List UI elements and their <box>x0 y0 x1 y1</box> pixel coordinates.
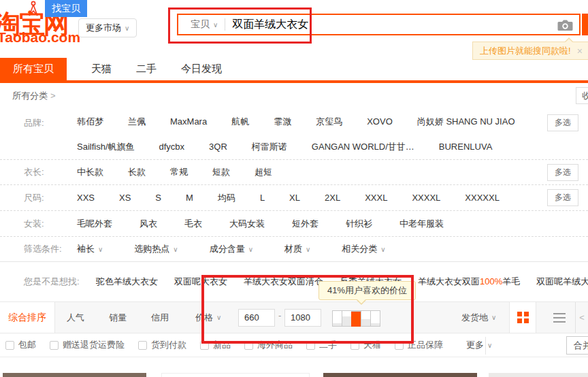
product-card-image[interactable] <box>489 373 588 377</box>
price-histogram-slider[interactable] <box>332 309 385 327</box>
ship-from-dropdown[interactable]: 发货地∨ <box>461 302 496 333</box>
multi-select-button[interactable]: 多选 <box>547 164 578 181</box>
tab-tmall[interactable]: 天猫 <box>91 58 112 80</box>
sort-sales[interactable]: 销量 <box>109 302 127 333</box>
brand-option[interactable]: XOVO <box>367 116 393 127</box>
chevron-left-icon[interactable]: < <box>575 302 588 333</box>
brand-option[interactable]: 航帆 <box>231 116 249 128</box>
tab-secondhand[interactable]: 二手 <box>136 58 157 80</box>
brand-option[interactable]: MaxMara <box>170 116 207 127</box>
checkbox-icon[interactable] <box>200 341 209 350</box>
suggestion-link[interactable]: 双面呢羊绒大衣 <box>536 276 588 288</box>
brand-option[interactable]: 柯雷斯诺 <box>252 141 287 153</box>
close-icon[interactable]: × <box>577 46 583 56</box>
women-option[interactable]: 毛衣 <box>184 218 202 230</box>
brand-option[interactable]: 3QR <box>209 142 227 152</box>
checkbox-icon[interactable] <box>138 341 147 350</box>
checkbox-icon[interactable] <box>5 341 14 350</box>
checkbox-secondhand[interactable]: 二手 <box>306 339 337 351</box>
checkbox-overseas[interactable]: 海外商品 <box>244 339 293 351</box>
suggestion-link[interactable]: 驼色羊绒大衣女 <box>96 276 158 288</box>
sort-popularity[interactable]: 人气 <box>67 302 84 333</box>
checkbox-icon[interactable] <box>244 341 253 350</box>
size-option[interactable]: M <box>186 193 193 203</box>
size-option[interactable]: XS <box>119 193 131 203</box>
histogram-bar[interactable] <box>361 310 371 327</box>
suggestion-link[interactable]: 双面呢大衣女 <box>174 276 227 288</box>
histogram-bar[interactable] <box>370 310 380 327</box>
length-option[interactable]: 短款 <box>212 166 230 178</box>
merge-same-items-button[interactable]: 合并同款 <box>566 336 588 355</box>
size-option[interactable]: XL <box>289 193 300 203</box>
sort-price-dropdown[interactable]: 价格∨ <box>195 302 221 333</box>
product-card-image[interactable] <box>161 373 310 377</box>
dropdown-sleeve-length[interactable]: 袖长∨ <box>77 243 103 255</box>
women-option[interactable]: 大码女装 <box>229 218 265 230</box>
histogram-bar-selected[interactable] <box>351 310 361 327</box>
checkbox-return-insurance[interactable]: 赠送退货运费险 <box>50 339 125 351</box>
multi-select-button[interactable]: 多选 <box>547 189 578 206</box>
product-card-image[interactable] <box>3 373 146 377</box>
brand-option[interactable]: 霏溦 <box>274 116 291 128</box>
size-option[interactable]: S <box>155 193 161 203</box>
search-input[interactable]: 双面羊绒大衣女 <box>232 18 308 32</box>
camera-icon[interactable] <box>557 19 573 31</box>
size-option[interactable]: XXS <box>77 193 95 203</box>
taobao-logo-en[interactable]: Taobao.com <box>0 29 80 46</box>
dropdown-composition[interactable]: 成分含量∨ <box>210 243 253 255</box>
size-option[interactable]: XXXL <box>365 193 387 203</box>
brand-option[interactable]: 兰佩 <box>128 116 146 128</box>
tab-today-discovery[interactable]: 今日发现 <box>181 58 222 80</box>
women-option[interactable]: 中老年服装 <box>399 218 444 230</box>
chevron-down-icon[interactable]: ∨ <box>213 21 218 29</box>
search-button[interactable] <box>582 14 588 35</box>
sort-comprehensive[interactable]: 综合排序 <box>0 302 55 333</box>
brand-option[interactable]: dfycbx <box>159 142 185 152</box>
brand-option[interactable]: Sailfish/帆旗鱼 <box>77 141 135 153</box>
women-option[interactable]: 针织衫 <box>346 218 372 230</box>
sort-credit[interactable]: 信用 <box>151 302 169 333</box>
checkbox-cod[interactable]: 货到付款 <box>138 339 186 351</box>
length-option[interactable]: 中长款 <box>77 166 103 178</box>
size-option[interactable]: 2XL <box>325 193 340 203</box>
more-markets-button[interactable]: 更多市场∨ <box>78 18 137 37</box>
histogram-bar[interactable] <box>342 310 352 327</box>
collapse-filter-button[interactable]: 收起筛选 <box>576 87 588 104</box>
suggestion-link[interactable]: 羊绒大衣女双面100%羊毛 <box>418 276 520 288</box>
search-type-dropdown[interactable]: 宝贝 <box>191 18 210 31</box>
breadcrumb[interactable]: 所有分类> <box>12 90 56 102</box>
dropdown-shopping-hotspot[interactable]: 选购热点∨ <box>134 243 178 255</box>
grid-view-toggle[interactable] <box>509 302 536 333</box>
size-option[interactable]: L <box>260 193 265 203</box>
find-item-badge[interactable]: 找宝贝 <box>45 0 87 17</box>
brand-option[interactable]: 韩佰梦 <box>77 116 103 128</box>
checkbox-free-shipping[interactable]: 包邮 <box>5 339 36 351</box>
length-option[interactable]: 长款 <box>128 166 146 178</box>
more-filters-dropdown[interactable]: 更多∨ <box>466 339 492 351</box>
multi-select-button[interactable]: 多选 <box>547 114 578 131</box>
product-card-image[interactable] <box>323 373 477 377</box>
women-option[interactable]: 短外套 <box>292 218 318 230</box>
brand-option[interactable]: BURENLUVA <box>439 142 493 152</box>
checkbox-icon[interactable] <box>395 341 404 350</box>
suggestion-link[interactable]: 羊绒大衣女双面清仓 <box>244 276 323 288</box>
search-box[interactable]: 宝贝 ∨ 双面羊绒大衣女 <box>177 14 581 35</box>
checkbox-authentic[interactable]: 正品保障 <box>395 339 443 351</box>
price-max-input[interactable]: 1080 <box>284 309 321 327</box>
dropdown-related-category[interactable]: 相关分类∨ <box>342 243 385 255</box>
length-option[interactable]: 超短 <box>255 166 272 178</box>
length-option[interactable]: 常规 <box>170 166 188 178</box>
tab-all-items[interactable]: 所有宝贝 <box>0 58 67 80</box>
brand-option[interactable]: 尚奴娇 SHANG NU JIAO <box>417 116 515 128</box>
checkbox-icon[interactable] <box>350 341 359 350</box>
size-option[interactable]: 均码 <box>218 192 235 204</box>
dropdown-material[interactable]: 材质∨ <box>284 243 310 255</box>
checkbox-icon[interactable] <box>50 341 59 350</box>
size-option[interactable]: XXXXXL <box>465 193 500 203</box>
checkbox-icon[interactable] <box>306 341 315 350</box>
price-min-input[interactable]: 660 <box>238 309 275 327</box>
histogram-bar[interactable] <box>332 310 342 327</box>
women-option[interactable]: 毛呢外套 <box>77 218 112 230</box>
brand-option[interactable]: 京玺鸟 <box>316 116 342 128</box>
checkbox-tmall[interactable]: 天猫 <box>350 339 381 351</box>
